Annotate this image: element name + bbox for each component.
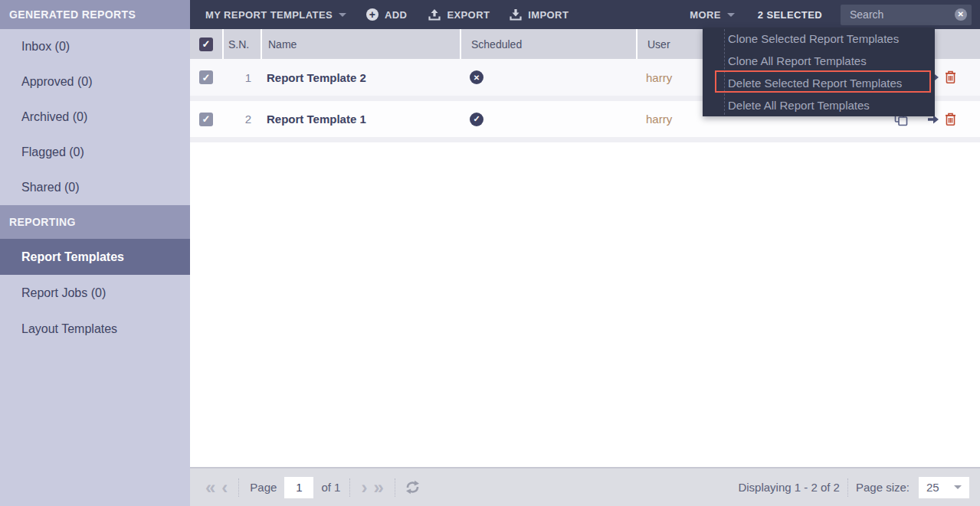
menu-item-label: Clone All Report Templates [728,54,867,67]
menu-item-delete-selected[interactable]: Delete Selected Report Templates [703,72,935,94]
last-page-icon[interactable]: » [370,478,386,497]
page-number-input[interactable] [284,477,313,498]
menu-item-clone-selected[interactable]: Clone Selected Report Templates [703,28,935,50]
not-scheduled-icon [470,70,483,84]
section-title: REPORTING [9,216,76,228]
scheduled-icon [470,113,483,126]
toolbar: MY REPORT TEMPLATES + ADD EXPORT [190,0,980,29]
plus-circle-icon: + [366,8,379,21]
pager-right-group: Displaying 1 - 2 of 2 Page size: 25 [738,477,980,498]
chevron-down-icon [727,13,735,17]
row-separator [190,137,980,142]
prev-page-icon[interactable]: ‹ [218,478,231,497]
select-all-checkbox[interactable] [199,38,213,51]
search-box: ✕ [841,5,972,25]
trash-icon[interactable] [944,113,957,126]
export-label: EXPORT [447,9,490,21]
row-checkbox-cell [190,113,222,126]
more-label: MORE [690,9,721,21]
section-title: GENERATED REPORTS [9,8,136,21]
row-scheduled-cell [460,70,636,84]
column-header-scheduled: Scheduled [460,29,636,59]
sidebar-section-reporting: REPORTING [0,205,190,239]
sidebar-item-label: Layout Templates [21,322,117,336]
menu-item-delete-all[interactable]: Delete All Report Templates [703,94,935,116]
selected-count-label: 2 SELECTED [758,9,822,21]
sidebar-item-inbox[interactable]: Inbox (0) [0,29,190,64]
sidebar-item-shared[interactable]: Shared (0) [0,170,190,205]
column-header-name: Name [261,29,460,59]
export-icon [428,9,441,21]
menu-item-label: Delete All Report Templates [728,99,870,112]
sidebar: GENERATED REPORTS Inbox (0) Approved (0)… [0,0,190,506]
pager-divider [238,478,239,497]
page-of-label: of 1 [321,481,340,494]
chevron-down-icon [954,485,962,489]
pagination-bar: « ‹ Page of 1 › » Displaying 1 - 2 of 2 … [190,467,980,506]
sidebar-item-label: Approved (0) [21,75,93,89]
import-icon [510,9,522,21]
selected-count-badge: 2 SELECTED [758,9,822,21]
sidebar-item-archived[interactable]: Archived (0) [0,100,190,135]
menu-item-label: Clone Selected Report Templates [728,32,899,45]
row-checkbox[interactable] [199,70,213,84]
sidebar-item-report-templates[interactable]: Report Templates [0,239,190,275]
add-label: ADD [385,9,407,21]
pager-divider [395,478,395,497]
page-label: Page [250,481,277,494]
main-content: MY REPORT TEMPLATES + ADD EXPORT [190,0,980,506]
refresh-icon[interactable] [405,480,421,495]
sidebar-item-flagged[interactable]: Flagged (0) [0,135,190,170]
sidebar-section-generated-reports: GENERATED REPORTS [0,0,190,29]
first-page-icon[interactable]: « [202,478,218,497]
pager-divider [349,478,350,497]
row-sn: 2 [222,113,261,126]
menu-item-label: Delete Selected Report Templates [728,77,902,90]
column-label: S.N. [228,38,249,51]
search-clear-icon[interactable]: ✕ [955,8,967,21]
more-dropdown-menu: Clone Selected Report Templates Clone Al… [703,28,935,116]
sidebar-item-label: Report Jobs (0) [21,286,106,300]
displaying-label: Displaying 1 - 2 of 2 [738,481,840,494]
row-scheduled-cell [460,113,636,126]
export-button[interactable]: EXPORT [428,9,490,21]
sidebar-item-label: Flagged (0) [21,145,84,159]
import-label: IMPORT [528,9,569,21]
next-page-icon[interactable]: › [358,478,370,497]
sidebar-item-label: Inbox (0) [21,40,70,54]
menu-dashed-line [724,29,725,115]
sidebar-item-label: Report Templates [21,250,124,264]
page-size-value: 25 [926,481,939,494]
add-button[interactable]: + ADD [366,8,407,21]
row-sn: 1 [222,71,261,84]
column-label: Name [268,38,297,51]
row-name: Report Template 2 [261,71,460,84]
column-header-sn: S.N. [222,29,261,59]
row-checkbox-cell [190,70,222,84]
chevron-down-icon [339,13,346,17]
import-button[interactable]: IMPORT [510,9,569,21]
sidebar-item-layout-templates[interactable]: Layout Templates [0,311,190,347]
page-size-select[interactable]: 25 [919,477,969,498]
header-checkbox-cell [190,29,222,59]
pager-divider [847,478,848,497]
menu-item-clone-all[interactable]: Clone All Report Templates [703,50,935,72]
column-label: Scheduled [471,38,522,51]
row-name: Report Template 1 [261,113,460,126]
page-size-label: Page size: [856,481,910,494]
row-checkbox[interactable] [199,113,213,126]
template-switcher-button[interactable]: MY REPORT TEMPLATES [205,9,346,21]
sidebar-item-label: Shared (0) [21,181,80,194]
sidebar-item-label: Archived (0) [21,110,87,124]
search-input[interactable] [848,8,955,21]
sidebar-item-report-jobs[interactable]: Report Jobs (0) [0,275,190,311]
sidebar-item-approved[interactable]: Approved (0) [0,64,190,100]
trash-icon[interactable] [944,70,957,84]
column-label: User [647,38,670,51]
template-switcher-label: MY REPORT TEMPLATES [205,9,333,21]
more-button[interactable]: MORE [690,9,735,21]
